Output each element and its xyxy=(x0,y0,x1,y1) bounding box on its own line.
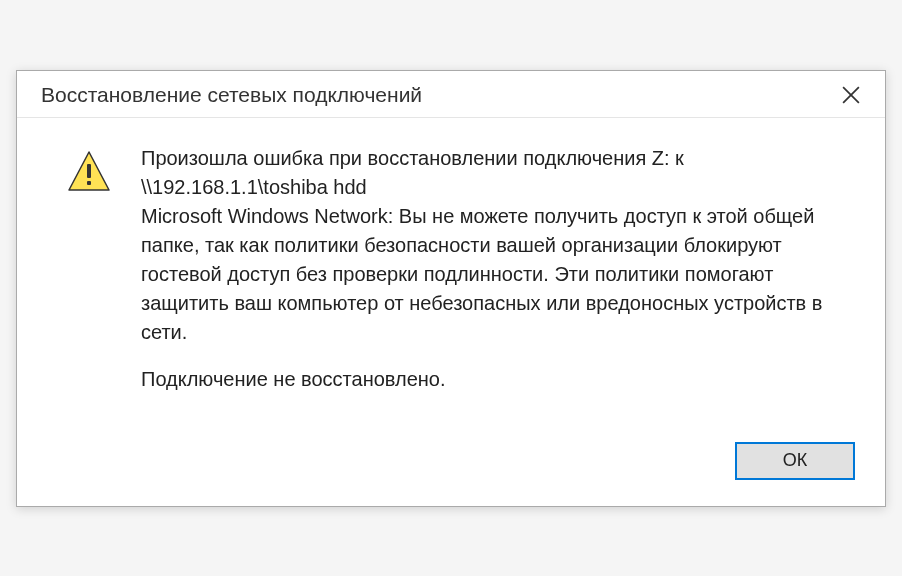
message-column: Произошла ошибка при восстановлении подк… xyxy=(141,144,845,412)
titlebar: Восстановление сетевых подключений xyxy=(17,71,885,118)
ok-button[interactable]: ОК xyxy=(735,442,855,480)
dialog-footer: ОК xyxy=(17,432,885,506)
dialog-message: Произошла ошибка при восстановлении подк… xyxy=(141,144,845,347)
close-icon xyxy=(842,86,860,104)
dialog-window: Восстановление сетевых подключений Произ… xyxy=(16,70,886,507)
dialog-body: Произошла ошибка при восстановлении подк… xyxy=(17,118,885,432)
warning-icon xyxy=(65,148,113,196)
dialog-footnote: Подключение не восстановлено. xyxy=(141,365,845,394)
dialog-title: Восстановление сетевых подключений xyxy=(41,83,422,107)
icon-column xyxy=(65,144,113,412)
svg-rect-2 xyxy=(87,164,91,178)
close-button[interactable] xyxy=(829,79,873,111)
svg-rect-3 xyxy=(87,181,91,185)
